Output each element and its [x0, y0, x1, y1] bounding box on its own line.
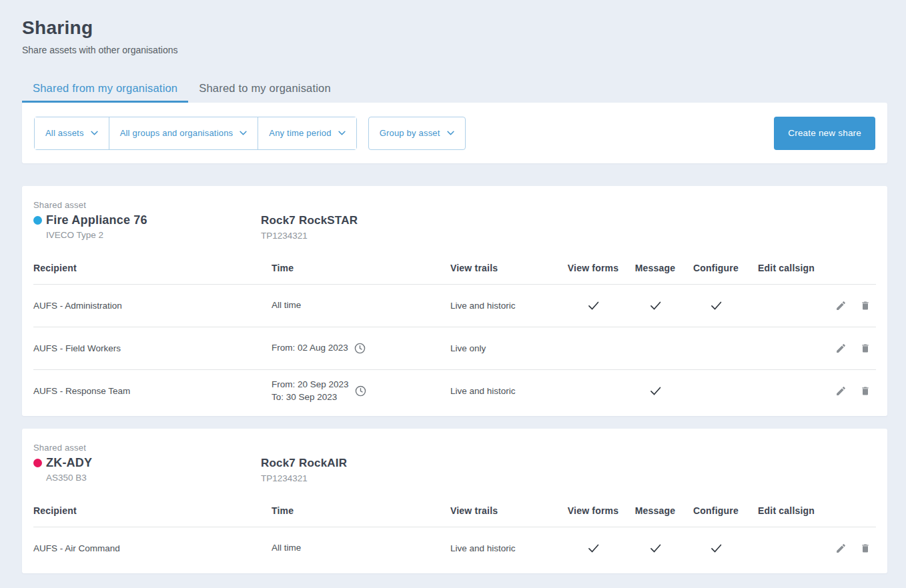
delete-share-button[interactable] [859, 384, 872, 398]
asset-card-header: Shared asset ZK-ADY AS350 B3 Rock7 RockA… [33, 429, 876, 495]
filter-bar: All assets All groups and organisations … [22, 103, 887, 163]
column-header-view-forms: View forms [560, 505, 626, 516]
configure-cell [685, 343, 747, 354]
edit-share-button[interactable] [834, 341, 848, 355]
message-cell [626, 300, 685, 311]
column-header-view-trails: View trails [450, 263, 560, 273]
check-icon [710, 543, 723, 554]
device-id: TP1234321 [261, 473, 347, 483]
view-forms-cell [560, 385, 626, 397]
asset-name: Fire Appliance 76 [46, 213, 147, 227]
clock-icon [355, 385, 366, 397]
group-by-dropdown-label: Group by asset [380, 128, 440, 138]
asset-share-card: Shared asset Fire Appliance 76 IVECO Typ… [22, 186, 887, 416]
chevron-down-icon [240, 131, 247, 135]
device-name: Rock7 RockSTAR [261, 214, 358, 227]
column-header-edit-callsign: Edit callsign [747, 505, 821, 516]
share-row: AUFS - Administration All time Live and … [33, 284, 876, 327]
column-header-time: Time [272, 263, 450, 273]
share-row: AUFS - Air Command All time Live and his… [33, 527, 876, 569]
column-header-view-trails: View trails [450, 505, 560, 516]
column-header-configure: Configure [685, 263, 747, 273]
column-header-time: Time [272, 505, 450, 516]
trash-icon [860, 343, 871, 354]
view-trails-cell: Live and historic [450, 386, 560, 396]
message-cell [626, 385, 685, 397]
configure-cell [685, 543, 747, 554]
tab-shared-from-my-organisation[interactable]: Shared from my organisation [22, 78, 188, 103]
chevron-down-icon [338, 131, 346, 135]
time-text: All time [272, 299, 301, 312]
time-period-dropdown-label: Any time period [269, 128, 331, 138]
chevron-down-icon [91, 131, 98, 135]
pencil-icon [835, 300, 847, 311]
trash-icon [860, 543, 871, 554]
cards-container: Shared asset Fire Appliance 76 IVECO Typ… [22, 186, 887, 573]
edit-share-button[interactable] [834, 541, 848, 555]
time-cell: From: 20 Sep 2023To: 30 Sep 2023 [272, 379, 450, 404]
groups-organisations-dropdown-label: All groups and organisations [120, 128, 234, 138]
trash-icon [860, 300, 871, 311]
configure-cell [685, 300, 747, 311]
trash-icon [860, 385, 871, 397]
column-header-recipient: Recipient [33, 263, 272, 273]
sharing-page: Sharing Share assets with other organisa… [22, 0, 887, 573]
column-header-message: Message [626, 505, 685, 516]
edit-share-button[interactable] [834, 299, 848, 313]
table-rows: AUFS - Administration All time Live and … [33, 284, 876, 412]
column-header-view-forms: View forms [560, 263, 626, 273]
row-actions [821, 299, 876, 313]
group-by-dropdown[interactable]: Group by asset [368, 117, 466, 150]
view-forms-cell [560, 543, 626, 554]
time-text: From: 20 Sep 2023To: 30 Sep 2023 [272, 379, 349, 404]
share-row: AUFS - Field Workers From: 02 Aug 2023 L… [33, 327, 876, 369]
delete-share-button[interactable] [859, 341, 872, 355]
check-icon [587, 300, 600, 311]
page-subtitle: Share assets with other organisations [22, 45, 887, 55]
filter-dropdown-group: All assets All groups and organisations … [34, 117, 357, 150]
view-trails-cell: Live and historic [450, 543, 560, 553]
recipient-cell: AUFS - Air Command [33, 543, 272, 553]
shared-asset-label: Shared asset [33, 443, 261, 453]
device-name: Rock7 RockAIR [261, 457, 347, 470]
table-rows: AUFS - Air Command All time Live and his… [33, 527, 876, 569]
page-title: Sharing [22, 17, 887, 39]
time-cell: From: 02 Aug 2023 [272, 342, 450, 355]
shared-asset-label: Shared asset [33, 200, 261, 210]
pencil-icon [835, 543, 847, 554]
delete-share-button[interactable] [859, 541, 872, 555]
time-period-dropdown[interactable]: Any time period [258, 117, 356, 149]
device-id: TP1234321 [261, 231, 358, 241]
edit-share-button[interactable] [834, 384, 848, 398]
column-header-message: Message [626, 263, 685, 273]
view-trails-cell: Live and historic [450, 301, 560, 311]
asset-color-dot [33, 459, 42, 467]
tab-shared-to-my-organisation[interactable]: Shared to my organisation [188, 78, 342, 103]
delete-share-button[interactable] [859, 299, 872, 313]
view-forms-cell [560, 300, 626, 311]
clock-icon [354, 343, 366, 354]
recipient-cell: AUFS - Field Workers [33, 343, 272, 353]
time-cell: All time [272, 299, 450, 312]
asset-card-header: Shared asset Fire Appliance 76 IVECO Typ… [33, 186, 876, 252]
recipient-cell: AUFS - Administration [33, 301, 272, 311]
view-trails-cell: Live only [450, 343, 560, 353]
check-icon [587, 543, 600, 554]
pencil-icon [835, 343, 847, 354]
time-text: From: 02 Aug 2023 [272, 342, 348, 355]
message-cell [626, 543, 685, 554]
view-forms-cell [560, 343, 626, 354]
check-icon [710, 300, 723, 311]
asset-share-card: Shared asset ZK-ADY AS350 B3 Rock7 RockA… [22, 429, 887, 573]
all-assets-dropdown-label: All assets [45, 128, 84, 138]
column-header-edit-callsign: Edit callsign [747, 263, 821, 273]
check-icon [649, 385, 662, 397]
create-new-share-button[interactable]: Create new share [774, 117, 875, 150]
column-header-recipient: Recipient [33, 505, 272, 516]
column-header-configure: Configure [685, 505, 747, 516]
all-assets-dropdown[interactable]: All assets [35, 117, 109, 149]
groups-organisations-dropdown[interactable]: All groups and organisations [109, 117, 258, 149]
message-cell [626, 343, 685, 354]
asset-type: AS350 B3 [33, 473, 261, 483]
share-row: AUFS - Response Team From: 20 Sep 2023To… [33, 369, 876, 412]
